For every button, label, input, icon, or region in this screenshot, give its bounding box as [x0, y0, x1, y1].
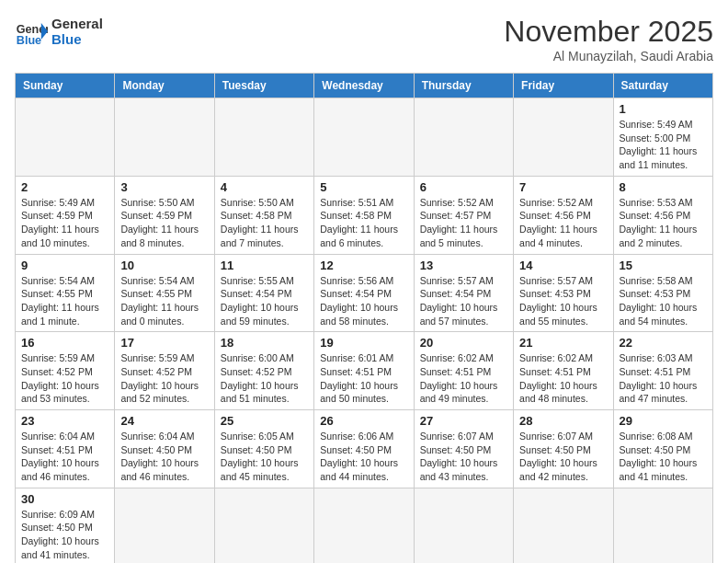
day-23: 23 Sunrise: 6:04 AMSunset: 4:51 PMDaylig…	[16, 410, 115, 488]
calendar-table: Sunday Monday Tuesday Wednesday Thursday…	[15, 73, 713, 563]
calendar-row-5: 23 Sunrise: 6:04 AMSunset: 4:51 PMDaylig…	[16, 410, 713, 488]
empty-cell	[214, 98, 313, 177]
day-13: 13 Sunrise: 5:57 AMSunset: 4:54 PMDaylig…	[414, 254, 513, 332]
day-12: 12 Sunrise: 5:56 AMSunset: 4:54 PMDaylig…	[314, 254, 414, 332]
day-24: 24 Sunrise: 6:04 AMSunset: 4:50 PMDaylig…	[115, 410, 214, 488]
logo-general-text: General	[51, 16, 103, 31]
empty-cell	[613, 488, 712, 563]
day-28: 28 Sunrise: 6:07 AMSunset: 4:50 PMDaylig…	[514, 410, 613, 488]
header-saturday: Saturday	[613, 74, 712, 98]
empty-cell	[16, 98, 115, 177]
day-7: 7 Sunrise: 5:52 AMSunset: 4:56 PMDayligh…	[514, 176, 613, 254]
empty-cell	[514, 98, 613, 177]
empty-cell	[414, 98, 513, 177]
empty-cell	[414, 488, 513, 563]
day-8: 8 Sunrise: 5:53 AMSunset: 4:56 PMDayligh…	[613, 176, 712, 254]
empty-cell	[514, 488, 613, 563]
header-friday: Friday	[514, 74, 613, 98]
day-22: 22 Sunrise: 6:03 AMSunset: 4:51 PMDaylig…	[613, 332, 712, 410]
calendar-row-1: 1 Sunrise: 5:49 AMSunset: 5:00 PMDayligh…	[16, 98, 713, 177]
day-14: 14 Sunrise: 5:57 AMSunset: 4:53 PMDaylig…	[514, 254, 613, 332]
calendar-header-row: Sunday Monday Tuesday Wednesday Thursday…	[16, 74, 713, 98]
svg-text:Blue: Blue	[17, 34, 41, 47]
calendar-row-4: 16 Sunrise: 5:59 AMSunset: 4:52 PMDaylig…	[16, 332, 713, 410]
day-19: 19 Sunrise: 6:01 AMSunset: 4:51 PMDaylig…	[314, 332, 414, 410]
empty-cell	[314, 98, 414, 177]
day-2: 2 Sunrise: 5:49 AMSunset: 4:59 PMDayligh…	[16, 176, 115, 254]
empty-cell	[115, 488, 214, 563]
day-5: 5 Sunrise: 5:51 AMSunset: 4:58 PMDayligh…	[314, 176, 414, 254]
calendar-row-6: 30 Sunrise: 6:09 AMSunset: 4:50 PMDaylig…	[16, 488, 713, 563]
day-25: 25 Sunrise: 6:05 AMSunset: 4:50 PMDaylig…	[214, 410, 313, 488]
empty-cell	[314, 488, 414, 563]
day-26: 26 Sunrise: 6:06 AMSunset: 4:50 PMDaylig…	[314, 410, 414, 488]
day-20: 20 Sunrise: 6:02 AMSunset: 4:51 PMDaylig…	[414, 332, 513, 410]
page-header: General Blue General Blue November 2025 …	[15, 15, 713, 63]
day-27: 27 Sunrise: 6:07 AMSunset: 4:50 PMDaylig…	[414, 410, 513, 488]
day-30: 30 Sunrise: 6:09 AMSunset: 4:50 PMDaylig…	[16, 488, 115, 563]
month-title: November 2025	[504, 15, 713, 49]
title-area: November 2025 Al Munayzilah, Saudi Arabi…	[504, 15, 713, 63]
header-sunday: Sunday	[16, 74, 115, 98]
day-3: 3 Sunrise: 5:50 AMSunset: 4:59 PMDayligh…	[115, 176, 214, 254]
calendar-row-2: 2 Sunrise: 5:49 AMSunset: 4:59 PMDayligh…	[16, 176, 713, 254]
day-21: 21 Sunrise: 6:02 AMSunset: 4:51 PMDaylig…	[514, 332, 613, 410]
day-11: 11 Sunrise: 5:55 AMSunset: 4:54 PMDaylig…	[214, 254, 313, 332]
day-18: 18 Sunrise: 6:00 AMSunset: 4:52 PMDaylig…	[214, 332, 313, 410]
day-16: 16 Sunrise: 5:59 AMSunset: 4:52 PMDaylig…	[16, 332, 115, 410]
location-subtitle: Al Munayzilah, Saudi Arabia	[504, 49, 713, 63]
header-monday: Monday	[115, 74, 214, 98]
day-10: 10 Sunrise: 5:54 AMSunset: 4:55 PMDaylig…	[115, 254, 214, 332]
header-thursday: Thursday	[414, 74, 513, 98]
day-17: 17 Sunrise: 5:59 AMSunset: 4:52 PMDaylig…	[115, 332, 214, 410]
day-6: 6 Sunrise: 5:52 AMSunset: 4:57 PMDayligh…	[414, 176, 513, 254]
empty-cell	[214, 488, 313, 563]
day-1: 1 Sunrise: 5:49 AMSunset: 5:00 PMDayligh…	[613, 98, 712, 177]
header-tuesday: Tuesday	[214, 74, 313, 98]
day-15: 15 Sunrise: 5:58 AMSunset: 4:53 PMDaylig…	[613, 254, 712, 332]
empty-cell	[115, 98, 214, 177]
header-wednesday: Wednesday	[314, 74, 414, 98]
logo: General Blue General Blue	[15, 15, 103, 48]
day-4: 4 Sunrise: 5:50 AMSunset: 4:58 PMDayligh…	[214, 176, 313, 254]
day-9: 9 Sunrise: 5:54 AMSunset: 4:55 PMDayligh…	[16, 254, 115, 332]
logo-blue-text: Blue	[51, 31, 103, 47]
logo-svg: General Blue	[15, 15, 48, 48]
day-29: 29 Sunrise: 6:08 AMSunset: 4:50 PMDaylig…	[613, 410, 712, 488]
calendar-row-3: 9 Sunrise: 5:54 AMSunset: 4:55 PMDayligh…	[16, 254, 713, 332]
